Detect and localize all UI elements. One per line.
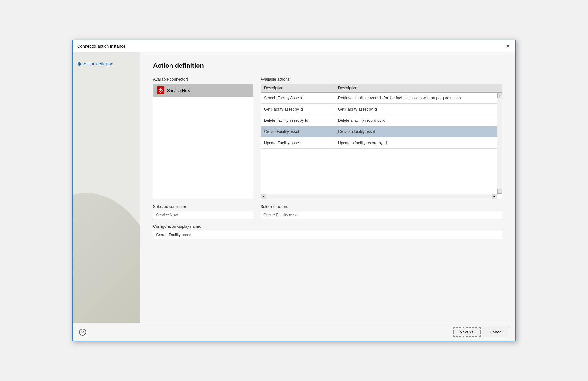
action-name: Delete Facility asset by Id — [261, 115, 335, 126]
selected-action-label: Selected action: — [261, 204, 502, 209]
header-col-desc: Description — [335, 84, 502, 92]
selected-action-input[interactable] — [261, 211, 502, 219]
connector-icon: ⏻ — [157, 86, 164, 94]
scroll-down-button[interactable]: ▼ — [497, 189, 502, 194]
action-row-update-facility[interactable]: Update Facility asset Update a facility … — [261, 137, 502, 149]
action-description: Delete a facility record by id — [335, 115, 502, 126]
connectors-panel: Available connectors: ⏻ Service Now — [153, 77, 253, 199]
header-col-name: Description — [261, 84, 335, 92]
connectors-label: Available connectors: — [153, 77, 253, 82]
sidebar-item-label: Action definition — [84, 61, 113, 66]
action-row-delete-facility[interactable]: Delete Facility asset by Id Delete a fac… — [261, 115, 502, 126]
footer-buttons: Next >> Cancel — [453, 327, 509, 337]
actions-table-container: Description Description ▲ ▼ Search — [261, 84, 502, 199]
dialog-title: Connector action instance — [77, 44, 125, 49]
help-button[interactable]: ? — [79, 329, 86, 336]
action-description: Get Facility asset by id — [335, 104, 502, 115]
selected-connector-group: Selected connector: — [153, 204, 253, 219]
dialog-footer: ? Next >> Cancel — [73, 323, 515, 341]
selected-connector-label: Selected connector: — [153, 204, 253, 209]
connector-action-dialog: Connector action instance ✕ Action defin… — [72, 40, 516, 341]
actions-table-body[interactable]: Search Facility Assets Retrieves multipl… — [261, 93, 502, 199]
connector-item-service-now[interactable]: ⏻ Service Now — [153, 84, 253, 97]
dialog-body: Action definition Action definition Avai… — [73, 52, 515, 323]
action-name: Create Facility asset — [261, 126, 335, 137]
scroll-track — [497, 98, 502, 189]
action-row-get-facility[interactable]: Get Facility asset by id Get Facility as… — [261, 104, 502, 115]
actions-label: Available actions: — [261, 77, 502, 82]
main-content: Action definition Available connectors: … — [140, 52, 515, 323]
power-icon: ⏻ — [158, 88, 163, 93]
hscroll-right-button[interactable]: ► — [492, 194, 497, 199]
config-display-row: Configuration display name: — [153, 224, 502, 239]
horizontal-scrollbar: ◄ ► — [261, 194, 497, 199]
sidebar-item-action-definition[interactable]: Action definition — [73, 59, 140, 69]
action-row-create-facility[interactable]: Create Facility asset Create a facility … — [261, 126, 502, 137]
connector-name: Service Now — [167, 88, 190, 93]
scroll-up-button[interactable]: ▲ — [497, 93, 502, 98]
available-section-row: Available connectors: ⏻ Service Now Avai… — [153, 77, 502, 199]
action-name: Update Facility asset — [261, 137, 335, 148]
action-name: Get Facility asset by id — [261, 104, 335, 115]
selected-fields-row: Selected connector: Selected action: — [153, 204, 502, 219]
action-description: Create a facility asset — [335, 126, 502, 137]
hscroll-left-button[interactable]: ◄ — [261, 194, 266, 199]
table-scrollbar: ▲ ▼ — [497, 93, 502, 194]
title-bar: Connector action instance ✕ — [73, 40, 515, 52]
actions-panel: Available actions: Description Descripti… — [261, 77, 502, 199]
action-name: Search Facility Assets — [261, 93, 335, 103]
page-title: Action definition — [153, 62, 502, 69]
action-row-search-facility[interactable]: Search Facility Assets Retrieves multipl… — [261, 93, 502, 104]
action-description: Update a facility record by id — [335, 137, 502, 148]
actions-table-header: Description Description — [261, 84, 502, 93]
sidebar: Action definition — [73, 52, 140, 323]
sidebar-background — [73, 161, 140, 323]
selected-connector-input[interactable] — [153, 211, 253, 219]
action-description: Retrieves multiple records for the facil… — [335, 93, 502, 103]
next-button[interactable]: Next >> — [453, 327, 481, 337]
selected-action-group: Selected action: — [261, 204, 502, 219]
connectors-list[interactable]: ⏻ Service Now — [153, 84, 253, 199]
config-display-label: Configuration display name: — [153, 224, 502, 229]
config-display-input[interactable] — [153, 231, 502, 239]
close-button[interactable]: ✕ — [504, 43, 511, 49]
cancel-button[interactable]: Cancel — [483, 327, 509, 337]
sidebar-dot — [78, 62, 81, 66]
